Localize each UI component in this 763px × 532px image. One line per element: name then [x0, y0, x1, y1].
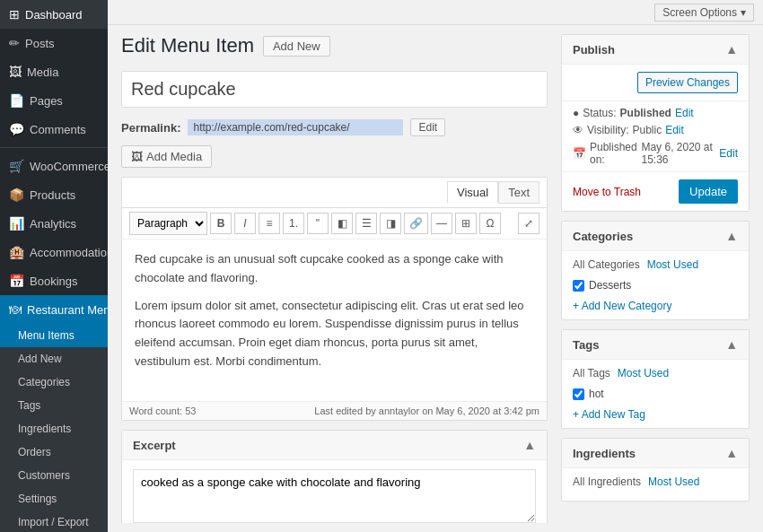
sidebar-item-label: Posts: [25, 37, 55, 50]
preview-changes-button[interactable]: Preview Changes: [637, 72, 738, 93]
media-row: 🖼 Add Media: [121, 145, 548, 168]
unordered-list-button[interactable]: ≡: [259, 213, 280, 234]
bookings-icon: 📅: [9, 274, 24, 288]
categories-content: All Categories Most Used Desserts + Add …: [562, 251, 749, 319]
sidebar-item-analytics[interactable]: 📊 Analytics: [0, 209, 108, 238]
tags-header[interactable]: Tags ▲: [562, 330, 749, 360]
sidebar-item-comments[interactable]: 💬 Comments: [0, 115, 108, 144]
sidebar-item-label: Bookings: [30, 275, 77, 288]
add-new-category-link[interactable]: + Add New Category: [573, 300, 671, 312]
publish-collapse-icon: ▲: [725, 42, 738, 57]
sidebar-submenu-settings[interactable]: Settings: [0, 487, 108, 510]
visibility-icon: 👁: [573, 124, 583, 136]
add-media-label: Add Media: [146, 150, 202, 163]
align-left-button[interactable]: ◧: [331, 213, 353, 234]
sidebar-submenu-customers[interactable]: Customers: [0, 464, 108, 487]
tab-text[interactable]: Text: [498, 181, 539, 204]
update-button[interactable]: Update: [679, 179, 738, 204]
sidebar-submenu-ingredients[interactable]: Ingredients: [0, 417, 108, 440]
sidebar-item-products[interactable]: 📦 Products: [0, 180, 108, 209]
editor-toolbar-top: Visual Text: [122, 178, 547, 208]
sidebar-item-bookings[interactable]: 📅 Bookings: [0, 266, 108, 295]
sidebar-item-media[interactable]: 🖼 Media: [0, 57, 108, 86]
editor-tabs: Visual Text: [447, 181, 539, 204]
add-media-button[interactable]: 🖼 Add Media: [121, 145, 212, 168]
special-char-button[interactable]: Ω: [479, 213, 501, 234]
categories-tab-most-used[interactable]: Most Used: [647, 258, 698, 271]
publish-footer: Move to Trash Update: [562, 171, 749, 211]
editor-box: Visual Text Paragraph Heading 1 Heading …: [121, 177, 548, 421]
sidebar-submenu-tags[interactable]: Tags: [0, 394, 108, 417]
screen-options-button[interactable]: Screen Options ▾: [654, 4, 754, 22]
calendar-icon: 📅: [573, 147, 586, 160]
separator-1: [0, 147, 108, 148]
tab-visual[interactable]: Visual: [447, 181, 498, 204]
italic-button[interactable]: I: [234, 213, 256, 234]
editor-paragraph-1: Red cupcake is an unusual soft cupcake c…: [135, 250, 534, 288]
excerpt-header[interactable]: Excerpt ▲: [122, 431, 547, 460]
sidebar-item-dashboard[interactable]: ⊞ Dashboard: [0, 0, 108, 29]
categories-header[interactable]: Categories ▲: [562, 222, 749, 251]
tags-tab-all[interactable]: All Tags: [573, 367, 610, 379]
excerpt-textarea[interactable]: cooked as a sponge cake with chocolate a…: [133, 469, 536, 523]
ordered-list-button[interactable]: 1.: [283, 213, 304, 234]
main-content: Screen Options ▾ Edit Menu Item Add New …: [108, 0, 763, 532]
published-row: 📅 Published on: May 6, 2020 at 15:36 Edi…: [573, 141, 738, 166]
submenu-label: Menu Items: [18, 329, 75, 342]
tags-tab-most-used[interactable]: Most Used: [618, 367, 669, 379]
sidebar-submenu-categories[interactable]: Categories: [0, 371, 108, 394]
sidebar: ⊞ Dashboard ✏ Posts 🖼 Media 📄 Pages 💬 Co…: [0, 0, 108, 532]
ingredients-collapse-icon: ▲: [725, 446, 738, 460]
align-center-button[interactable]: ☰: [355, 213, 377, 234]
format-select[interactable]: Paragraph Heading 1 Heading 2: [129, 212, 207, 235]
add-new-tag-link[interactable]: + Add New Tag: [573, 408, 645, 421]
post-title-input[interactable]: [121, 71, 548, 108]
move-to-trash-button[interactable]: Move to Trash: [573, 186, 641, 198]
tags-box: Tags ▲ All Tags Most Used hot + Add New …: [561, 329, 750, 429]
ingredients-header[interactable]: Ingredients ▲: [562, 439, 749, 468]
sidebar-item-posts[interactable]: ✏ Posts: [0, 29, 108, 57]
sidebar-submenu-menu-items[interactable]: Menu Items: [0, 324, 108, 347]
sidebar-submenu-add-new[interactable]: Add New: [0, 347, 108, 371]
editor-footer: Word count: 53 Last edited by anntaylor …: [122, 401, 547, 420]
sidebar-item-pages[interactable]: 📄 Pages: [0, 86, 108, 115]
add-new-button[interactable]: Add New: [263, 36, 330, 57]
tag-checkbox-hot[interactable]: [573, 388, 584, 400]
screen-options-label: Screen Options: [662, 6, 737, 19]
sidebar-item-accommodation[interactable]: 🏨 Accommodation: [0, 238, 108, 266]
table-button[interactable]: ⊞: [455, 213, 477, 234]
publish-title: Publish: [573, 43, 615, 57]
editor-format-row: Paragraph Heading 1 Heading 2 B I ≡ 1. "…: [122, 208, 547, 240]
visibility-edit-link[interactable]: Edit: [665, 124, 684, 136]
submenu-label: Settings: [18, 493, 57, 505]
accommodation-icon: 🏨: [9, 245, 24, 259]
status-edit-link[interactable]: Edit: [675, 107, 694, 119]
sidebar-item-restaurant-menu[interactable]: 🍽 Restaurant Menu: [0, 295, 108, 324]
bold-button[interactable]: B: [210, 213, 232, 234]
chevron-down-icon: ▾: [741, 6, 746, 19]
sidebar-item-woocommerce[interactable]: 🛒 WooCommerce: [0, 152, 108, 180]
ingredients-tab-all[interactable]: All Ingredients: [573, 475, 641, 488]
ingredients-tab-most-used[interactable]: Most Used: [648, 475, 699, 488]
category-label-desserts: Desserts: [589, 279, 631, 292]
sidebar-submenu-orders[interactable]: Orders: [0, 440, 108, 464]
products-icon: 📦: [9, 188, 24, 202]
blockquote-button[interactable]: ": [307, 213, 329, 234]
woocommerce-icon: 🛒: [9, 159, 24, 173]
editor-content[interactable]: Red cupcake is an unusual soft cupcake c…: [122, 240, 547, 401]
more-button[interactable]: —: [431, 213, 452, 234]
link-button[interactable]: 🔗: [404, 213, 428, 234]
ingredients-tabs: All Ingredients Most Used: [573, 475, 738, 488]
align-right-button[interactable]: ◨: [380, 213, 401, 234]
edit-permalink-button[interactable]: Edit: [410, 118, 445, 136]
sidebar-item-label: Dashboard: [25, 8, 83, 22]
publish-meta: ● Status: Published Edit 👁 Visibility: P…: [562, 101, 749, 171]
sidebar-submenu-import-export[interactable]: Import / Export: [0, 510, 108, 532]
categories-title: Categories: [573, 230, 633, 243]
categories-tab-all[interactable]: All Categories: [573, 258, 640, 271]
tag-item-hot: hot: [573, 385, 738, 403]
category-checkbox-desserts[interactable]: [573, 280, 584, 292]
published-edit-link[interactable]: Edit: [719, 147, 738, 160]
posts-icon: ✏: [9, 36, 20, 50]
expand-editor-button[interactable]: ⤢: [518, 213, 539, 234]
